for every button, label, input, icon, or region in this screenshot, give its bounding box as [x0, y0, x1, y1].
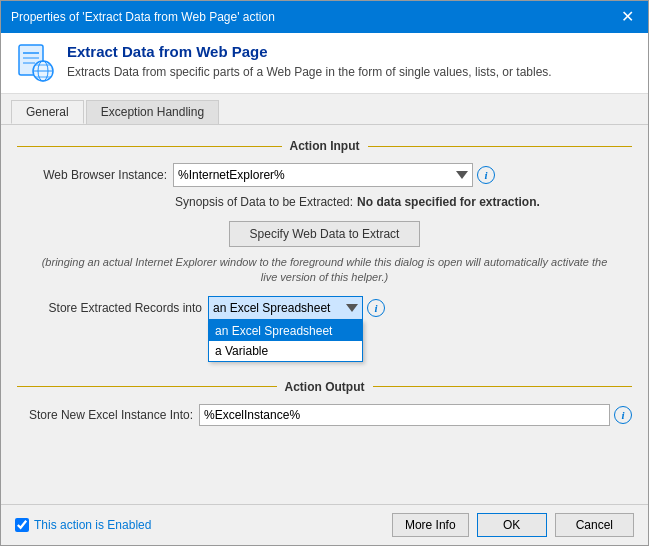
- header-title: Extract Data from Web Page: [67, 43, 552, 60]
- helper-text: (bringing an actual Internet Explorer wi…: [17, 255, 632, 286]
- enabled-checkbox-label: This action is Enabled: [34, 518, 151, 532]
- web-browser-dropdown[interactable]: %InternetExplorer%: [173, 163, 473, 187]
- footer: This action is Enabled More Info OK Canc…: [1, 504, 648, 545]
- output-input-wrap: i: [199, 404, 632, 426]
- title-bar: Properties of 'Extract Data from Web Pag…: [1, 1, 648, 33]
- tabs-bar: General Exception Handling: [1, 94, 648, 125]
- main-dialog: Properties of 'Extract Data from Web Pag…: [0, 0, 649, 546]
- store-records-row: Store Extracted Records into an Excel Sp…: [17, 296, 632, 320]
- enabled-checkbox-wrap: This action is Enabled: [15, 518, 151, 532]
- header-text: Extract Data from Web Page Extracts Data…: [67, 43, 552, 81]
- output-input[interactable]: [199, 404, 610, 426]
- store-records-dropdown[interactable]: an Excel Spreadsheet a Variable: [208, 296, 363, 320]
- output-label: Store New Excel Instance Into:: [17, 408, 193, 422]
- footer-left: This action is Enabled: [15, 518, 151, 532]
- output-info-icon[interactable]: i: [614, 406, 632, 424]
- synopsis-label: Synopsis of Data to be Extracted:: [175, 195, 353, 209]
- store-dropdown-popup: an Excel Spreadsheet a Variable: [208, 320, 363, 362]
- output-section-line-left: [17, 386, 277, 387]
- dropdown-option-excel[interactable]: an Excel Spreadsheet: [209, 321, 362, 341]
- web-browser-label: Web Browser Instance:: [17, 168, 167, 182]
- footer-buttons: More Info OK Cancel: [392, 513, 634, 537]
- output-row: Store New Excel Instance Into: i: [17, 404, 632, 426]
- action-input-header: Action Input: [17, 139, 632, 153]
- synopsis-value: No data specified for extraction.: [357, 195, 540, 209]
- section-line-right: [368, 146, 633, 147]
- tab-content: Action Input Web Browser Instance: %Inte…: [1, 125, 648, 504]
- web-extract-icon: [15, 43, 55, 83]
- dialog-title: Properties of 'Extract Data from Web Pag…: [11, 10, 275, 24]
- action-output-title: Action Output: [277, 380, 373, 394]
- close-button[interactable]: ✕: [617, 9, 638, 25]
- ok-button[interactable]: OK: [477, 513, 547, 537]
- synopsis-row: Synopsis of Data to be Extracted: No dat…: [17, 195, 632, 209]
- section-line-left: [17, 146, 282, 147]
- cancel-button[interactable]: Cancel: [555, 513, 634, 537]
- tab-general[interactable]: General: [11, 100, 84, 124]
- header-section: Extract Data from Web Page Extracts Data…: [1, 33, 648, 94]
- specify-web-data-button[interactable]: Specify Web Data to Extract: [229, 221, 421, 247]
- header-svg-icon: [15, 43, 55, 83]
- web-browser-row: Web Browser Instance: %InternetExplorer%…: [17, 163, 632, 187]
- web-browser-wrap: %InternetExplorer% i: [173, 163, 632, 187]
- output-section-line-right: [373, 386, 633, 387]
- action-output-section: Action Output Store New Excel Instance I…: [17, 380, 632, 426]
- enabled-checkbox[interactable]: [15, 518, 29, 532]
- footer-right: OK Cancel: [477, 513, 634, 537]
- web-browser-info-icon[interactable]: i: [477, 166, 495, 184]
- action-output-header: Action Output: [17, 380, 632, 394]
- store-records-info-icon[interactable]: i: [367, 299, 385, 317]
- header-description: Extracts Data from specific parts of a W…: [67, 64, 552, 81]
- store-dropdown-wrap: an Excel Spreadsheet a Variable an Excel…: [208, 296, 385, 320]
- action-input-title: Action Input: [282, 139, 368, 153]
- more-info-button[interactable]: More Info: [392, 513, 469, 537]
- dropdown-option-variable[interactable]: a Variable: [209, 341, 362, 361]
- tab-exception-handling[interactable]: Exception Handling: [86, 100, 219, 124]
- store-records-label: Store Extracted Records into: [17, 301, 202, 315]
